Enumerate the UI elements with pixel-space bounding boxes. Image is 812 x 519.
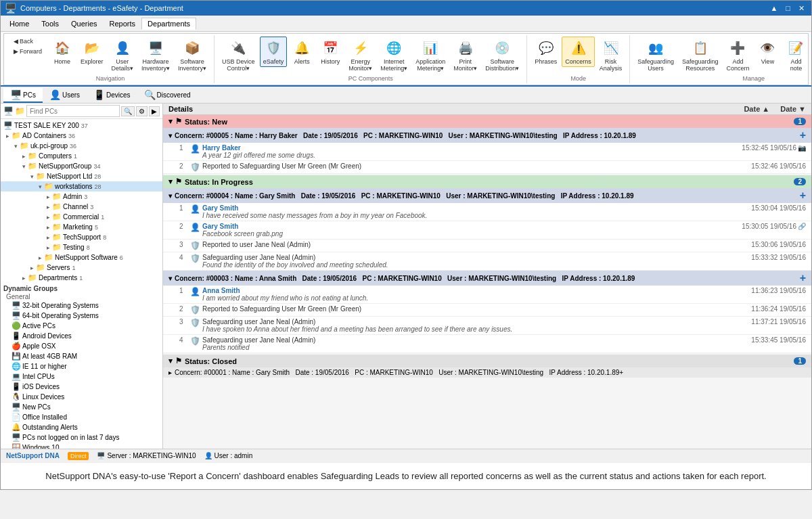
menu-departments[interactable]: Departments [141, 18, 196, 30]
tree-item-pcsnotloggedon[interactable]: 🖥️ PCs not logged on in last 7 days [1, 432, 162, 443]
tree-item-newpcs[interactable]: 🖥️ New PCs [1, 402, 162, 412]
tree-item-commercial[interactable]: ▸ 📁 Commercial 1 [1, 212, 162, 222]
ribbon-history-button[interactable]: 📅 History [317, 37, 344, 67]
tree-item-marketing[interactable]: ▸ 📁 Marketing 5 [1, 222, 162, 232]
status-header-new[interactable]: ▾ ⚑ Status: New 1 [163, 115, 811, 128]
tree-item-intel[interactable]: 💻 Intel CPUs [1, 371, 162, 382]
tree-item-64bit[interactable]: 🖥️ 64-bit Operating Systems [1, 311, 162, 321]
admin-toggle[interactable]: ▸ [44, 194, 52, 200]
ribbon-softwaredist-button[interactable]: 💿 SoftwareDistribution▾ [482, 37, 522, 74]
tree-item-adcontainers[interactable]: ▸ 📁 AD Containers 36 [1, 131, 162, 141]
ribbon-esafety-button[interactable]: 🛡️ eSafety [260, 37, 288, 67]
tree-item-activepcs[interactable]: 🟢 Active PCs [1, 321, 162, 331]
tree-item-computers[interactable]: ▸ 📁 Computers 1 [1, 151, 162, 161]
menu-queries[interactable]: Queries [65, 18, 104, 30]
nav-tab-discovered[interactable]: 🔍 Discovered [137, 88, 198, 103]
techsupport-toggle[interactable]: ▸ [44, 234, 52, 241]
ribbon-riskanalysis-button[interactable]: 📉 RiskAnalysis [596, 37, 626, 74]
back-button[interactable]: ◀ Back [11, 37, 45, 46]
workstations-toggle[interactable]: ▾ [36, 183, 44, 190]
minimize-button[interactable]: ▲ [767, 4, 780, 13]
concern00003-add[interactable]: + [800, 272, 806, 284]
channel-toggle[interactable]: ▸ [44, 204, 52, 210]
ribbon-energy-button[interactable]: ⚡ EnergyMonitor▾ [345, 37, 376, 74]
concern00004-add[interactable]: + [800, 189, 806, 202]
nav-tab-users[interactable]: 👤 Users [43, 88, 87, 103]
netsupportgroup-toggle[interactable]: ▾ [20, 163, 28, 170]
tree-item-workstations[interactable]: ▾ 📁 workstations 28 [1, 181, 162, 191]
marketing-toggle[interactable]: ▸ [44, 224, 52, 231]
concern00005-add[interactable]: + [800, 129, 806, 141]
menu-home[interactable]: Home [3, 18, 35, 30]
tree-item-linux[interactable]: 🐧 Linux Devices [1, 392, 162, 402]
tree-item-netsupportgroup[interactable]: ▾ 📁 NetSupportGroup 34 [1, 161, 162, 171]
tree-item-techsupport[interactable]: ▸ 📁 TechSupport 8 [1, 232, 162, 242]
ribbon-print-button[interactable]: 🖨️ PrintMonitor▾ [450, 37, 480, 74]
ribbon-hardware-button[interactable]: 🖥️ HardwareInventory▾ [138, 37, 173, 74]
status-header-closed[interactable]: ▾ ⚑ Status: Closed 1 [163, 355, 811, 367]
testing-toggle[interactable]: ▸ [44, 244, 52, 251]
tree-item-netsupportltd[interactable]: ▾ 📁 NetSupport Ltd 28 [1, 171, 162, 181]
date-desc-label[interactable]: Date ▼ [780, 105, 806, 113]
search-input[interactable] [26, 105, 120, 117]
concern-header-00001[interactable]: ▸ Concern: #00001 : Name : Gary Smith Da… [163, 367, 811, 378]
concern00001-toggle[interactable]: ▸ [168, 369, 172, 376]
computers-toggle[interactable]: ▸ [20, 153, 28, 160]
commercial-toggle[interactable]: ▸ [44, 214, 52, 221]
ribbon-internet-button[interactable]: 🌐 InternetMetering▾ [377, 37, 411, 74]
concern00005-toggle[interactable]: ▾ [168, 132, 172, 139]
menu-reports[interactable]: Reports [104, 18, 142, 30]
concern00001-add[interactable]: + [619, 369, 623, 376]
entry-name-garysmith-2[interactable]: Gary Smith [202, 223, 736, 230]
tree-item-testing[interactable]: ▸ 📁 Testing 8 [1, 242, 162, 252]
forward-button[interactable]: ▶ Forward [11, 47, 45, 56]
tree-item-servers[interactable]: ▸ 📁 Servers 1 [1, 263, 162, 273]
ribbon-safeguard-users-button[interactable]: 👥 SafeguardingUsers [634, 37, 677, 74]
tree-item-departments[interactable]: ▸ 📁 Departments 1 [1, 273, 162, 283]
tree-item-win10[interactable]: 🪟 Windows 10 [1, 443, 162, 449]
tree-item-alerts[interactable]: 🔔 Outstanding Alerts [1, 422, 162, 432]
tree-item-channel[interactable]: ▸ 📁 Channel 3 [1, 202, 162, 212]
entry-name-garysmith-1[interactable]: Gary Smith [202, 204, 746, 212]
ribbon-safeguard-resources-button[interactable]: 📋 SafeguardingResources [679, 37, 722, 74]
ribbon-addconcern-button[interactable]: ➕ AddConcern [723, 37, 752, 74]
ribbon-usbdevice-button[interactable]: 🔌 USB DeviceControl▾ [219, 37, 258, 74]
maximize-button[interactable]: □ [783, 4, 793, 13]
servers-toggle[interactable]: ▸ [28, 265, 36, 271]
concern00003-toggle[interactable]: ▾ [168, 275, 172, 282]
ribbon-alerts-button[interactable]: 🔔 Alerts [288, 37, 315, 67]
tree-item-ie11[interactable]: 🌐 IE 11 or higher [1, 361, 162, 371]
tree-item-ios[interactable]: 📱 iOS Devices [1, 382, 162, 392]
tree-item-android[interactable]: 📱 Android Devices [1, 331, 162, 341]
menu-tools[interactable]: Tools [35, 18, 65, 30]
ribbon-addnote-button[interactable]: 📝 Addnote [782, 37, 809, 74]
departments-toggle[interactable]: ▸ [20, 275, 28, 281]
ribbon-appmetering-button[interactable]: 📊 ApplicationMetering▾ [412, 37, 449, 74]
netsupportsoftware-toggle[interactable]: ▸ [36, 254, 44, 261]
search-button[interactable]: 🔍 [121, 106, 135, 116]
ribbon-view-button[interactable]: 👁️ View [754, 37, 781, 67]
tree-item-32bit[interactable]: 🖥️ 32-bit Operating Systems [1, 300, 162, 311]
netsupportltd-toggle[interactable]: ▾ [28, 173, 36, 180]
tree-item-office[interactable]: 📄 Office Installed [1, 412, 162, 422]
tree-item-appleosx[interactable]: 🍎 Apple OSX [1, 341, 162, 351]
filter-button[interactable]: ⚙ [136, 106, 148, 116]
tree-item-ukpcigroup[interactable]: ▾ 📁 uk.pci-group 36 [1, 141, 162, 151]
tree-item-netsupportsoftware[interactable]: ▸ 📁 NetSupport Software 6 [1, 252, 162, 263]
tree-item-admin[interactable]: ▸ 📁 Admin 3 [1, 191, 162, 202]
entry-name-annasmith[interactable]: Anna Smith [202, 287, 746, 294]
ribbon-phrases-button[interactable]: 💬 Phrases [531, 37, 560, 67]
adcontainers-toggle[interactable]: ▸ [3, 133, 12, 139]
ribbon-explorer-button[interactable]: 📂 Explorer [77, 37, 107, 67]
concern00004-toggle[interactable]: ▾ [168, 192, 172, 200]
ukpcigroup-toggle[interactable]: ▾ [12, 143, 20, 150]
ribbon-software-button[interactable]: 📦 SoftwareInventory▾ [175, 37, 210, 74]
nav-tab-pcs[interactable]: 🖥️ PCs [3, 88, 43, 103]
tree-item-ram[interactable]: 💾 At least 4GB RAM [1, 351, 162, 361]
ribbon-userdetails-button[interactable]: 👤 UserDetails▾ [108, 37, 137, 74]
entry-name-harrybaker[interactable]: Harry Baker [202, 144, 736, 152]
ribbon-concerns-button[interactable]: ⚠️ Concerns [562, 37, 595, 67]
date-asc-label[interactable]: Date ▲ [744, 105, 769, 113]
tree-item-root1[interactable]: 🖥️ TEST SALE KEY 200 37 [1, 120, 162, 131]
status-header-inprogress[interactable]: ▾ ⚑ Status: In Progress 2 [163, 175, 811, 188]
